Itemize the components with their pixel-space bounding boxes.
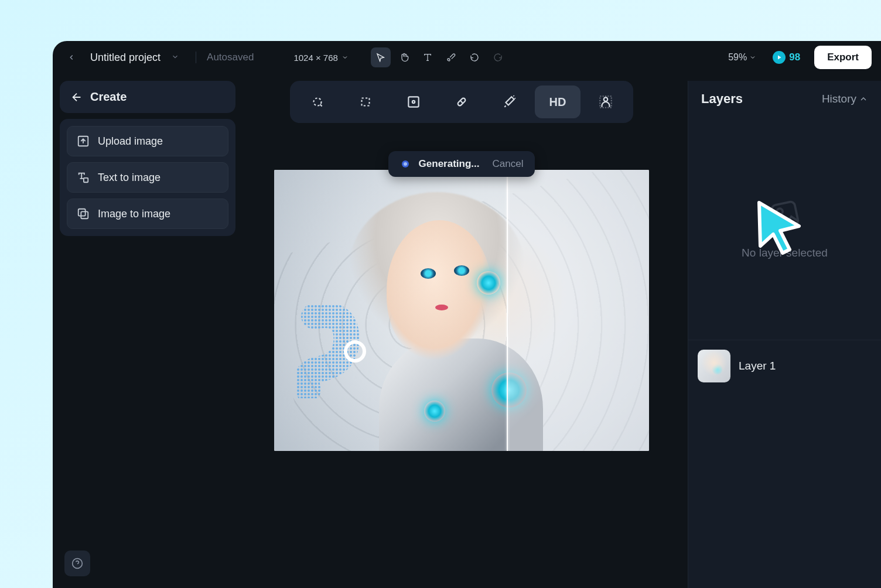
- text-to-image-button[interactable]: Text to image: [67, 162, 228, 193]
- help-button[interactable]: [64, 551, 90, 576]
- upload-icon: [77, 135, 90, 148]
- chevron-up-icon: [859, 94, 868, 104]
- text-to-image-label: Text to image: [98, 172, 161, 184]
- upload-image-button[interactable]: Upload image: [67, 126, 228, 156]
- layer-list: Layer 1: [688, 340, 881, 392]
- back-button[interactable]: [62, 48, 81, 67]
- top-tools: [371, 47, 508, 67]
- image-to-image-icon: [77, 207, 90, 220]
- upload-label: Upload image: [98, 135, 163, 148]
- svg-rect-2: [84, 178, 88, 182]
- right-panel: Layers History No layer selected Layer 1: [688, 81, 881, 588]
- generating-text: Generating...: [419, 158, 480, 170]
- divider: [196, 52, 196, 63]
- undo-button[interactable]: [465, 47, 484, 67]
- image-to-image-label: Image to image: [98, 208, 170, 220]
- magic-brush-tool[interactable]: [295, 86, 340, 118]
- topbar: Untitled project Autosaved 1024 × 768: [53, 41, 881, 74]
- cancel-button[interactable]: Cancel: [493, 158, 524, 170]
- hd-label: HD: [549, 95, 566, 109]
- heal-tool[interactable]: [439, 86, 484, 118]
- svg-point-12: [604, 97, 608, 101]
- canvas-image: [274, 170, 649, 451]
- brush-tool[interactable]: [441, 47, 461, 67]
- svg-rect-3: [78, 209, 86, 216]
- back-arrow-icon: [70, 91, 83, 104]
- magic-wand-tool[interactable]: [487, 86, 532, 118]
- canvas-dimensions[interactable]: 1024 × 768: [293, 53, 349, 63]
- layer-name: Layer 1: [739, 360, 776, 372]
- generating-status: Generating... Cancel: [388, 151, 535, 177]
- credits-indicator[interactable]: 98: [773, 51, 800, 64]
- credits-value: 98: [789, 52, 800, 63]
- cursor-tool[interactable]: [371, 47, 391, 67]
- svg-point-15: [404, 162, 407, 166]
- remove-bg-tool[interactable]: [583, 86, 629, 118]
- main-area: Create Upload image Text to image Image …: [53, 74, 881, 588]
- image-to-image-button[interactable]: Image to image: [67, 199, 228, 229]
- svg-line-11: [460, 101, 463, 103]
- hd-upscale-tool[interactable]: HD: [535, 86, 580, 118]
- svg-rect-4: [81, 211, 88, 218]
- left-panel: Create Upload image Text to image Image …: [60, 81, 235, 588]
- export-button[interactable]: Export: [814, 46, 872, 69]
- hand-tool[interactable]: [394, 47, 414, 67]
- demo-cursor-icon: [753, 198, 806, 257]
- autosaved-label: Autosaved: [207, 52, 254, 63]
- create-title: Create: [90, 90, 127, 104]
- canvas[interactable]: [274, 170, 649, 451]
- layer-thumbnail: [698, 350, 730, 382]
- help-icon: [71, 558, 83, 569]
- app-window: Untitled project Autosaved 1024 × 768: [53, 41, 881, 588]
- redo-button[interactable]: [488, 47, 508, 67]
- project-name[interactable]: Untitled project: [90, 52, 161, 64]
- zoom-value: 59%: [728, 52, 747, 63]
- create-header[interactable]: Create: [60, 81, 235, 113]
- history-tab[interactable]: History: [822, 93, 868, 105]
- text-tool[interactable]: [418, 47, 438, 67]
- svg-point-9: [412, 101, 415, 103]
- project-dropdown-icon[interactable]: [171, 53, 179, 63]
- right-panel-header: Layers History: [688, 81, 881, 117]
- zoom-control[interactable]: 59%: [728, 52, 756, 63]
- brush-stroke-overlay: [296, 305, 378, 398]
- crop-tool[interactable]: [343, 86, 388, 118]
- dimensions-text: 1024 × 768: [293, 53, 338, 63]
- layer-item[interactable]: Layer 1: [698, 350, 872, 382]
- canvas-toolbar: HD: [290, 81, 633, 123]
- layers-tab[interactable]: Layers: [701, 91, 743, 107]
- generating-icon: [400, 159, 411, 169]
- center-area: HD Generating... Cancel: [244, 81, 679, 588]
- create-options: Upload image Text to image Image to imag…: [60, 119, 235, 236]
- frame-tool[interactable]: [391, 86, 436, 118]
- text-to-image-icon: [77, 171, 90, 184]
- credits-icon: [773, 51, 786, 64]
- comparison-slider[interactable]: [507, 170, 508, 451]
- svg-rect-8: [408, 97, 418, 107]
- svg-rect-7: [362, 98, 370, 106]
